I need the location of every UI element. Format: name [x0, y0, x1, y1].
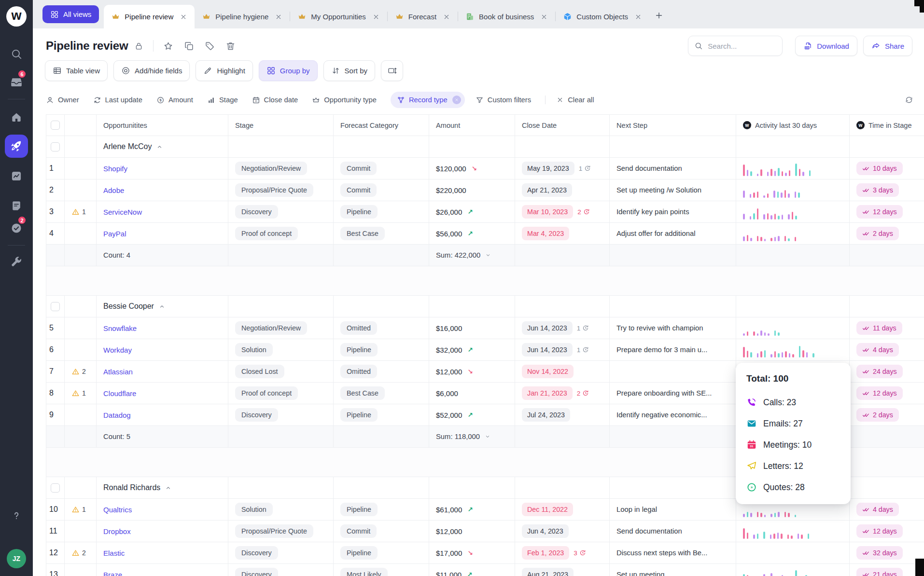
next-step-text[interactable]: Adjust offer for additional	[616, 230, 695, 237]
stage-pill[interactable]: Discovery	[235, 408, 278, 422]
forecast-pill[interactable]: Omitted	[340, 365, 377, 378]
close-date-pill[interactable]: Jun 14, 2023	[522, 321, 573, 335]
duplicate-icon[interactable]	[184, 41, 194, 51]
stage-pill[interactable]: Discovery	[235, 546, 278, 560]
stage-pill[interactable]: Solution	[235, 503, 273, 516]
filter-record-type[interactable]: Record type	[391, 92, 465, 108]
table-view-button[interactable]: Table view	[45, 60, 108, 81]
next-step-text[interactable]: Prepare demo for 3 main u...	[616, 346, 707, 354]
sidebar-settings-icon[interactable]	[10, 256, 23, 268]
close-date-pill[interactable]: Jun 14, 2023	[522, 343, 573, 357]
close-date-pill[interactable]: Jul 24, 2023	[522, 408, 570, 422]
sum-dropdown-icon[interactable]	[485, 252, 491, 258]
row-checkbox[interactable]	[51, 302, 60, 311]
forecast-pill[interactable]: Pipeline	[340, 546, 378, 560]
filter-stage[interactable]: Stage	[207, 96, 238, 104]
forecast-pill[interactable]: Commit	[340, 162, 377, 175]
close-date-pill[interactable]: Mar 10, 2023	[522, 205, 573, 219]
close-date-pill[interactable]: Dec 11, 2022	[522, 503, 573, 516]
row-checkbox[interactable]	[51, 142, 60, 151]
highlight-button[interactable]: Highlight	[196, 60, 252, 81]
company-link[interactable]: Dropbox	[103, 527, 131, 535]
stage-pill[interactable]: Negotiation/Review	[235, 321, 307, 335]
forecast-pill[interactable]: Pipeline	[340, 408, 378, 422]
company-link[interactable]: Elastic	[103, 549, 125, 557]
company-link[interactable]: Datadog	[103, 411, 131, 419]
next-step-text[interactable]: Send documentation	[616, 527, 682, 535]
collapse-group-icon[interactable]	[165, 485, 171, 491]
company-link[interactable]: Cloudflare	[103, 389, 136, 398]
filter-amount[interactable]: $Amount	[156, 96, 193, 104]
forecast-pill[interactable]: Omitted	[340, 321, 377, 335]
sidebar-notes-icon[interactable]	[10, 200, 23, 212]
forecast-pill[interactable]: Best Case	[340, 227, 385, 240]
next-step-text[interactable]: Identify negative economic...	[616, 411, 707, 419]
stage-pill[interactable]: Discovery	[235, 568, 278, 576]
close-icon[interactable]	[634, 13, 642, 21]
tab-pipeline-hygiene[interactable]: Pipeline hygiene	[195, 5, 290, 28]
next-step-text[interactable]: Prepare onboarding with SE...	[616, 389, 712, 397]
stage-pill[interactable]: Closed Lost	[235, 365, 284, 378]
close-date-pill[interactable]: Nov 14, 2022	[522, 365, 574, 378]
sidebar-home-icon[interactable]	[10, 111, 23, 123]
new-tab-button[interactable]	[654, 11, 664, 22]
forecast-pill[interactable]: Pipeline	[340, 503, 378, 516]
close-date-pill[interactable]: Apr 21, 2023	[522, 183, 572, 197]
company-link[interactable]: ServiceNow	[103, 208, 142, 216]
sum-dropdown-icon[interactable]	[485, 434, 490, 439]
search-input[interactable]	[707, 41, 776, 51]
collapse-group-icon[interactable]	[156, 144, 163, 150]
tab-book-of-business[interactable]: Book of business	[458, 5, 555, 28]
user-avatar[interactable]: JZ	[7, 549, 26, 568]
close-date-pill[interactable]: Jan 21, 2023	[522, 386, 573, 400]
next-step-text[interactable]: Set up meeting /w Solution	[616, 186, 701, 194]
clear-all-button[interactable]: Clear all	[556, 96, 594, 104]
filter-opportunity-type[interactable]: Opportunity type	[312, 96, 377, 104]
next-step-text[interactable]: Set up meeting	[616, 571, 665, 576]
help-icon[interactable]	[10, 509, 23, 522]
forecast-pill[interactable]: Pipeline	[340, 205, 378, 219]
close-date-pill[interactable]: Aug 21, 2023	[522, 568, 574, 576]
company-link[interactable]: Braze	[103, 571, 122, 576]
row-height-button[interactable]	[381, 60, 403, 81]
row-checkbox[interactable]	[51, 483, 60, 493]
filter-last-update[interactable]: Last update	[93, 96, 142, 104]
stage-pill[interactable]: Proof of concept	[235, 227, 298, 240]
company-link[interactable]: Snowflake	[103, 324, 137, 332]
add-hide-fields-button[interactable]: Add/hide fields	[113, 60, 190, 81]
stage-pill[interactable]: Discovery	[235, 205, 278, 219]
forecast-pill[interactable]: Best Case	[340, 386, 385, 400]
forecast-pill[interactable]: Most Likely	[340, 568, 388, 576]
next-step-text[interactable]: Send documentation	[616, 165, 682, 172]
tab-my-opportunities[interactable]: My Opportunities	[290, 5, 387, 28]
filter-custom-filters[interactable]: Custom filters	[476, 96, 531, 104]
all-views-button[interactable]: All views	[42, 5, 99, 23]
next-step-text[interactable]: Loop in legal	[616, 506, 657, 513]
tab-forecast[interactable]: Forecast	[388, 5, 458, 28]
stage-pill[interactable]: Negotiation/Review	[235, 162, 307, 175]
tab-pipeline-review[interactable]: Pipeline review	[104, 5, 195, 28]
close-icon[interactable]	[443, 13, 450, 21]
stage-pill[interactable]: Proof of concept	[235, 386, 298, 400]
sidebar-search-icon[interactable]	[10, 48, 23, 60]
sidebar-item-opportunities-active[interactable]	[5, 135, 28, 158]
stage-pill[interactable]: Proposal/Price Quote	[235, 524, 313, 538]
close-icon[interactable]	[275, 13, 282, 21]
company-link[interactable]: Qualtrics	[103, 506, 132, 514]
close-icon[interactable]	[540, 13, 548, 21]
group-by-button[interactable]: Group by	[259, 60, 318, 81]
tag-icon[interactable]	[205, 41, 215, 51]
app-logo[interactable]: w	[6, 6, 27, 27]
stage-pill[interactable]: Solution	[235, 343, 273, 357]
filter-close-date[interactable]: 31Close date	[252, 96, 298, 104]
stage-pill[interactable]: Proposal/Price Quote	[235, 183, 313, 197]
share-button[interactable]: Share	[863, 36, 912, 56]
next-step-text[interactable]: Identify key pain points	[616, 208, 689, 216]
row-checkbox[interactable]	[51, 121, 60, 130]
close-date-pill[interactable]: May 19, 2023	[522, 162, 574, 175]
forecast-pill[interactable]: Commit	[340, 524, 377, 538]
sort-by-button[interactable]: Sort by	[323, 60, 376, 81]
search-box[interactable]	[688, 36, 783, 56]
download-button[interactable]: CSV Download	[795, 36, 857, 56]
remove-filter-icon[interactable]	[452, 96, 461, 104]
